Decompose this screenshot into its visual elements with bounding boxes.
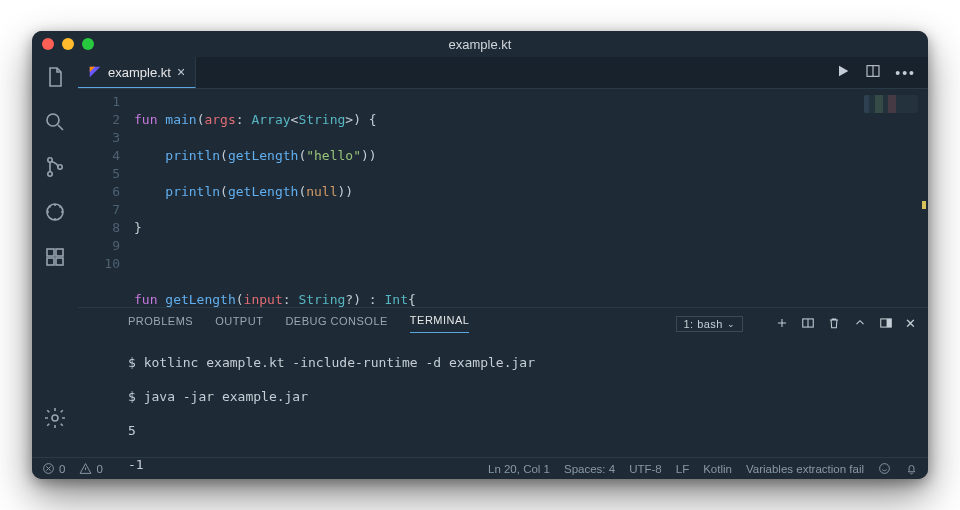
tab-label: example.kt xyxy=(108,65,171,80)
new-terminal-icon[interactable] xyxy=(775,316,789,332)
editor-tab-bar: example.kt × ••• xyxy=(78,57,928,89)
settings-gear-icon[interactable] xyxy=(43,406,67,433)
panel-tab-terminal[interactable]: TERMINAL xyxy=(410,314,470,333)
minimap[interactable] xyxy=(864,95,918,113)
close-tab-icon[interactable]: × xyxy=(177,64,185,80)
maximize-window-button[interactable] xyxy=(82,38,94,50)
close-panel-icon[interactable]: ✕ xyxy=(905,316,917,331)
source-control-icon[interactable] xyxy=(43,155,67,182)
svg-rect-16 xyxy=(886,318,891,326)
kotlin-file-icon xyxy=(88,65,102,79)
terminal-picker-label: 1: bash xyxy=(683,318,723,330)
extensions-icon[interactable] xyxy=(43,245,67,272)
terminal-picker[interactable]: 1: bash ⌄ xyxy=(676,316,742,332)
split-editor-icon[interactable] xyxy=(865,63,881,82)
tab-example-kt[interactable]: example.kt × xyxy=(78,57,196,88)
panel-tab-output[interactable]: OUTPUT xyxy=(215,315,263,333)
panel-tab-problems[interactable]: PROBLEMS xyxy=(128,315,193,333)
vscode-window: example.kt xyxy=(32,31,928,479)
traffic-lights xyxy=(42,38,94,50)
svg-rect-8 xyxy=(56,258,63,265)
run-icon[interactable] xyxy=(835,63,851,82)
code-content[interactable]: fun main(args: Array<String>) { println(… xyxy=(134,89,416,307)
svg-rect-6 xyxy=(56,249,63,256)
editor-actions: ••• xyxy=(835,57,928,88)
svg-rect-7 xyxy=(47,258,54,265)
maximize-panel-icon[interactable] xyxy=(853,316,867,332)
panel-tab-bar: PROBLEMS OUTPUT DEBUG CONSOLE TERMINAL 1… xyxy=(78,308,928,333)
minimize-window-button[interactable] xyxy=(62,38,74,50)
toggle-panel-position-icon[interactable] xyxy=(879,316,893,332)
panel-tab-debug-console[interactable]: DEBUG CONSOLE xyxy=(285,315,387,333)
titlebar: example.kt xyxy=(32,31,928,57)
status-errors[interactable]: 0 xyxy=(42,462,65,475)
explorer-icon[interactable] xyxy=(43,65,67,92)
terminal-content[interactable]: $ kotlinc example.kt -include-runtime -d… xyxy=(78,333,928,479)
svg-point-0 xyxy=(47,114,59,126)
code-editor[interactable]: 1 2 3 4 5 6 7 8 9 10 fun main(args: Arra… xyxy=(78,89,928,307)
svg-point-2 xyxy=(47,172,51,176)
svg-point-9 xyxy=(52,415,58,421)
scroll-warning-marker xyxy=(922,201,926,209)
search-icon[interactable] xyxy=(43,110,67,137)
chevron-updown-icon: ⌄ xyxy=(727,319,736,329)
line-number-gutter: 1 2 3 4 5 6 7 8 9 10 xyxy=(78,89,134,307)
kill-terminal-icon[interactable] xyxy=(827,316,841,332)
split-terminal-icon[interactable] xyxy=(801,316,815,332)
activity-bar xyxy=(32,57,78,457)
close-window-button[interactable] xyxy=(42,38,54,50)
svg-rect-5 xyxy=(47,249,54,256)
more-actions-icon[interactable]: ••• xyxy=(895,65,916,81)
window-title: example.kt xyxy=(32,37,928,52)
svg-marker-12 xyxy=(839,66,848,77)
bottom-panel: PROBLEMS OUTPUT DEBUG CONSOLE TERMINAL 1… xyxy=(78,307,928,457)
debug-icon[interactable] xyxy=(43,200,67,227)
